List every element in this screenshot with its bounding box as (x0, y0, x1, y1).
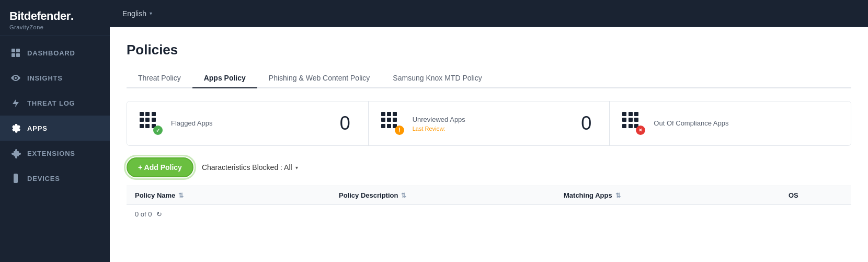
filter-label: Characteristics Blocked : All (202, 163, 292, 172)
flagged-apps-grid (140, 112, 156, 129)
nav-menu: Dashboard Insights Threat Log Apps Exten (0, 36, 110, 262)
unreviewed-apps-grid (381, 112, 398, 129)
filter-chevron-icon: ▾ (295, 165, 298, 170)
language-selector[interactable]: English ▾ (122, 9, 152, 18)
sidebar-item-label: Extensions (27, 150, 75, 157)
flagged-apps-label: Flagged Apps (171, 119, 326, 128)
sidebar-item-label: Devices (27, 175, 60, 183)
unreviewed-apps-count: 0 (576, 112, 597, 134)
gear-icon (10, 123, 21, 133)
sidebar-item-devices[interactable]: Devices (0, 166, 110, 191)
add-policy-button[interactable]: + Add Policy (127, 157, 193, 177)
col-header-matching-apps[interactable]: Matching Apps ⇅ (555, 191, 780, 199)
svg-point-5 (15, 181, 16, 182)
tab-apps-policy[interactable]: Apps Policy (192, 69, 257, 88)
svg-rect-2 (12, 53, 15, 57)
table-header: Policy Name ⇅ Policy Description ⇅ Match… (127, 186, 851, 205)
stat-compliance-apps: ✕ Out Of Compliance Apps (610, 101, 851, 145)
svg-rect-1 (16, 49, 20, 52)
unreviewed-apps-icon-wrap: ! (381, 112, 404, 135)
bolt-icon (10, 98, 21, 108)
stats-row: ✓ Flagged Apps 0 ! Unrevi (127, 101, 851, 146)
sort-icon-apps: ⇅ (615, 192, 621, 199)
puzzle-icon (10, 148, 21, 158)
table-footer: 0 of 0 ↻ (127, 205, 851, 223)
sidebar-item-label: Dashboard (27, 49, 75, 57)
sidebar: Bitdefender. GravityZone Dashboard Insig… (0, 0, 110, 262)
compliance-apps-grid (622, 112, 639, 129)
characteristics-filter[interactable]: Characteristics Blocked : All ▾ (202, 163, 298, 172)
dashboard-icon (10, 48, 21, 58)
topbar: English ▾ (110, 0, 868, 27)
phone-icon (10, 173, 21, 184)
chevron-down-icon: ▾ (150, 10, 152, 16)
col-header-policy-name[interactable]: Policy Name ⇅ (127, 191, 330, 199)
sidebar-item-label: Insights (27, 74, 63, 82)
col-header-os[interactable]: OS (780, 191, 851, 199)
unreviewed-badge: ! (395, 126, 404, 135)
tab-bar: Threat Policy Apps Policy Phishing & Web… (127, 69, 851, 88)
svg-rect-3 (16, 53, 20, 57)
tab-threat-policy[interactable]: Threat Policy (127, 69, 192, 88)
flagged-badge: ✓ (153, 126, 163, 135)
flagged-apps-icon-wrap: ✓ (140, 112, 163, 135)
sidebar-item-extensions[interactable]: Extensions (0, 141, 110, 166)
unreviewed-sub-label: Last Review: (413, 126, 568, 132)
main-wrapper: English ▾ Policies Threat Policy Apps Po… (110, 0, 868, 262)
row-count: 0 of 0 (135, 210, 152, 218)
sort-icon-desc: ⇅ (401, 192, 406, 199)
sidebar-item-insights[interactable]: Insights (0, 65, 110, 90)
sidebar-item-dashboard[interactable]: Dashboard (0, 40, 110, 65)
sidebar-item-threat-log[interactable]: Threat Log (0, 90, 110, 116)
svg-rect-0 (12, 49, 15, 52)
col-header-policy-description[interactable]: Policy Description ⇅ (330, 191, 555, 199)
logo-area: Bitdefender. GravityZone (0, 0, 110, 36)
stat-flagged-apps: ✓ Flagged Apps 0 (127, 101, 369, 145)
sidebar-item-label: Threat Log (27, 99, 75, 107)
compliance-apps-icon-wrap: ✕ (622, 112, 645, 135)
tab-samsung-policy[interactable]: Samsung Knox MTD Policy (381, 69, 493, 88)
sidebar-item-apps[interactable]: Apps (0, 116, 110, 141)
compliance-badge: ✕ (636, 126, 645, 135)
flagged-apps-count: 0 (335, 112, 356, 134)
content-area: Policies Threat Policy Apps Policy Phish… (110, 27, 868, 262)
compliance-apps-label: Out Of Compliance Apps (654, 119, 809, 128)
page-title: Policies (127, 42, 851, 58)
tab-phishing-policy[interactable]: Phishing & Web Content Policy (257, 69, 382, 88)
stat-unreviewed-apps: ! Unreviewed Apps Last Review: 0 (369, 101, 610, 145)
eye-icon (10, 73, 21, 83)
unreviewed-apps-label: Unreviewed Apps (413, 115, 568, 124)
toolbar-row: + Add Policy Characteristics Blocked : A… (127, 157, 851, 177)
sidebar-item-label: Apps (27, 124, 48, 132)
refresh-icon[interactable]: ↻ (156, 210, 162, 218)
sort-icon-name: ⇅ (178, 192, 184, 199)
language-label: English (122, 9, 146, 18)
app-name: Bitdefender. (9, 8, 100, 23)
app-suite: GravityZone (9, 24, 100, 30)
